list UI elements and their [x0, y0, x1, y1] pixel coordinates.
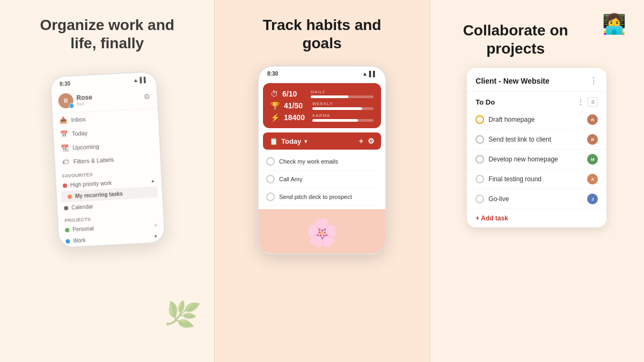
center-phone: 8:30 ▲ ▌▌ ⏱ 6/10 DAILY 🏆 41/50 — [258, 65, 386, 255]
stat-weekly-value: 41/50 — [284, 101, 308, 110]
stat-bar-bg-1 — [311, 95, 374, 98]
stat-weekly-bar: WEEKLY — [312, 101, 374, 110]
center-panel: Track habits and goals 8:30 ▲ ▌▌ ⏱ 6/10 … — [215, 0, 429, 362]
left-phone: 8:30 ▲ ▌▌ R Rose 514 ⚙ 📥 Inbox — [49, 71, 166, 248]
settings-icon[interactable]: ⚙ — [368, 137, 375, 145]
task-label-2: Call Amy — [279, 176, 302, 182]
section-more-icon[interactable]: ⋮ — [577, 98, 584, 106]
stat-daily-value: 6/10 — [282, 90, 306, 98]
task-item-3[interactable]: Send pitch deck to prospect — [263, 188, 381, 206]
right-task-3[interactable]: Develop new homepage M — [467, 150, 606, 169]
leaf-decoration: 🌿 — [162, 295, 202, 334]
today-header: 📋 Today ▾ + ⚙ — [263, 132, 381, 150]
fav-dot-3 — [64, 206, 68, 210]
more-options-icon[interactable]: ⋮ — [589, 76, 598, 86]
right-task-1[interactable]: Draft homepage R — [467, 110, 606, 130]
project-dot-1 — [65, 228, 69, 232]
right-task-label-4: Final testing round — [488, 175, 541, 183]
inbox-icon: 📥 — [59, 116, 67, 124]
fav-dot-2 — [67, 194, 71, 198]
right-task-left-5: Go-live — [475, 195, 509, 203]
right-task-4[interactable]: Final testing round A — [467, 169, 606, 189]
today-label: Today — [281, 137, 301, 145]
right-avatar-1: R — [587, 114, 598, 125]
right-task-label-5: Go-live — [488, 195, 509, 203]
task-label-1: Check my work emails — [279, 158, 338, 165]
nav-today-label: Today — [71, 130, 87, 137]
right-task-2[interactable]: Send test link to client R — [467, 130, 606, 150]
nav-inbox-label: Inbox — [71, 116, 86, 123]
add-project-1[interactable]: + — [154, 223, 157, 228]
task-radio-2 — [475, 135, 484, 144]
task-circle-2 — [266, 175, 275, 183]
stat-daily-bar: DAILY — [311, 90, 374, 98]
stat-karma-bar: KARMA — [312, 113, 374, 122]
fav-dot-1 — [62, 183, 67, 188]
stat-daily-label: DAILY — [311, 90, 374, 94]
karma-icon: ⚡ — [270, 113, 280, 122]
stat-bar-bg-3 — [312, 119, 374, 122]
task-item-1[interactable]: Check my work emails — [263, 153, 381, 171]
project-label-2: Work — [73, 238, 86, 244]
user-name: Rose — [76, 93, 92, 102]
add-task-button[interactable]: + Add task — [467, 209, 606, 227]
stat-bar-fill-3 — [312, 119, 358, 122]
stats-card: ⏱ 6/10 DAILY 🏆 41/50 WEEKLY — [263, 83, 381, 128]
task-radio-1 — [475, 115, 484, 124]
stat-weekly: 🏆 41/50 WEEKLY — [270, 101, 374, 110]
right-task-5[interactable]: Go-live J — [467, 189, 606, 209]
section-header: To Do ⋮ ≡ — [467, 92, 606, 110]
center-heading: Track habits and goals — [247, 16, 397, 52]
stat-weekly-label: WEEKLY — [312, 101, 374, 106]
section-view-icon[interactable]: ≡ — [588, 97, 598, 107]
stat-bar-bg-2 — [312, 107, 374, 110]
right-task-label-1: Draft homepage — [488, 116, 535, 123]
stat-karma: ⚡ 18400 KARMA — [270, 113, 374, 122]
right-avatar-4: A — [587, 174, 598, 184]
task-radio-4 — [475, 175, 484, 183]
right-panel: 👩‍💻 Collaborate on projects Client - New… — [430, 0, 644, 362]
status-bar-center: 8:30 ▲ ▌▌ — [259, 67, 385, 79]
right-task-left-3: Develop new homepage — [475, 155, 558, 164]
time-center: 8:30 — [267, 71, 278, 77]
task-radio-3 — [475, 155, 484, 164]
flower-decoration: 🌸 — [259, 209, 385, 254]
status-icons-center: ▲ ▌▌ — [362, 71, 377, 77]
upcoming-icon: 📆 — [61, 144, 69, 152]
left-panel: Organize work and life, finally 8:30 ▲ ▌… — [0, 0, 214, 362]
wifi-icon: ▲ — [133, 77, 138, 84]
timer-icon: ⏱ — [270, 90, 278, 98]
right-task-left-4: Final testing round — [475, 175, 541, 183]
right-task-label-3: Develop new homepage — [488, 156, 558, 163]
fav-label-2: My recurring tasks — [75, 191, 122, 200]
stat-bar-fill-1 — [311, 95, 348, 98]
trophy-icon: 🏆 — [270, 101, 280, 110]
nav-upcoming-label: Upcoming — [72, 143, 99, 151]
right-task-label-2: Send test link to client — [488, 136, 551, 143]
right-avatar-3: M — [587, 154, 598, 165]
chevron-up-icon: ▲ — [150, 179, 155, 183]
verified-badge — [69, 103, 75, 109]
gear-icon[interactable]: ⚙ — [143, 92, 151, 101]
task-list: Check my work emails Call Amy Send pitch… — [259, 150, 385, 209]
task-item-2[interactable]: Call Amy — [263, 171, 381, 188]
status-icons-left: ▲ ▌▌ — [133, 77, 148, 83]
fav-label-1: High priority work — [70, 180, 112, 188]
task-circle-3 — [266, 193, 275, 201]
right-task-left-1: Draft homepage — [475, 115, 535, 124]
stat-karma-value: 18400 — [284, 113, 308, 122]
user-info: R Rose 514 — [58, 92, 93, 109]
signal-icon-center: ▌▌ — [369, 71, 377, 77]
wifi-icon-center: ▲ — [362, 71, 368, 77]
left-heading: Organize work and life, finally — [32, 16, 182, 52]
signal-icon: ▌▌ — [140, 77, 148, 83]
add-task-icon[interactable]: + — [359, 137, 363, 145]
project-dot-2 — [65, 239, 70, 243]
nav-filters-label: Filters & Labels — [73, 157, 114, 165]
task-label-3: Send pitch deck to prospect — [279, 194, 352, 200]
task-circle-1 — [266, 157, 275, 166]
today-icon: 📅 — [60, 130, 68, 138]
today-actions: + ⚙ — [359, 137, 375, 145]
stat-bar-fill-2 — [312, 107, 362, 110]
today-chevron: ▾ — [304, 138, 307, 144]
